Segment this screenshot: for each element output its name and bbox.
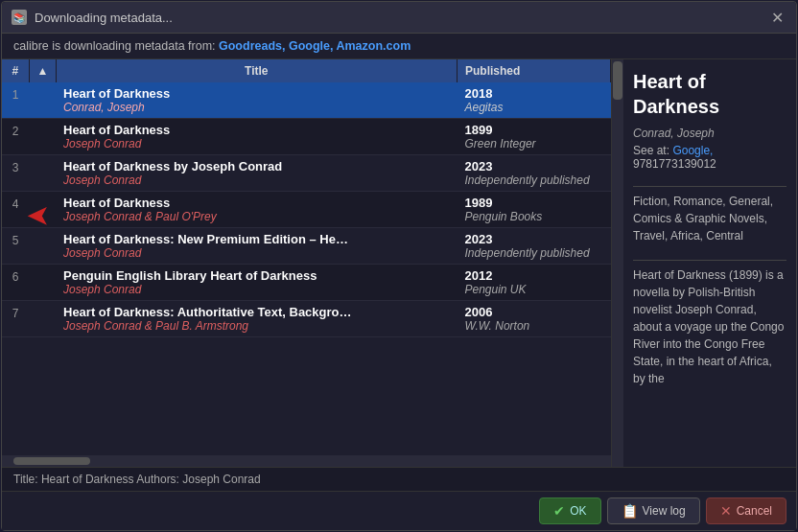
sidebar-description: Heart of Darkness (1899) is a novella by… xyxy=(633,266,786,387)
row-author: Joseph Conrad xyxy=(63,283,450,296)
row-published-cell: 2018Aegitas xyxy=(458,82,611,119)
table-row[interactable]: 6Penguin English Library Heart of Darkne… xyxy=(2,265,611,301)
row-num: 5 xyxy=(2,228,29,265)
row-published-cell: 2012Penguin UK xyxy=(458,265,611,301)
row-author: Joseph Conrad xyxy=(63,137,450,150)
main-area: # ▲ Title Published 1Heart of DarknessCo… xyxy=(2,59,796,467)
row-sort xyxy=(29,301,56,337)
sidebar-divider xyxy=(633,186,786,187)
row-title: Heart of Darkness xyxy=(63,123,450,137)
sidebar-scrollbar-thumb xyxy=(613,61,622,100)
row-publisher: Green Integer xyxy=(465,137,603,150)
status-bar: Title: Heart of Darkness Authors: Joseph… xyxy=(2,467,796,491)
table-row[interactable]: 3Heart of Darkness by Joseph ConradJosep… xyxy=(2,155,611,192)
row-title: Heart of Darkness: Authoritative Text, B… xyxy=(63,305,450,319)
col-num[interactable]: # xyxy=(2,59,29,82)
row-publisher: Independently published xyxy=(465,173,603,187)
row-title: Heart of Darkness by Joseph Conrad xyxy=(63,159,450,173)
info-prefix: calibre is downloading metadata from: xyxy=(13,39,219,53)
row-author: Joseph Conrad xyxy=(63,173,450,187)
row-author: Conrad, Joseph xyxy=(63,101,450,114)
close-button[interactable]: ✕ xyxy=(767,8,786,27)
col-published[interactable]: Published xyxy=(458,59,611,82)
row-sort xyxy=(29,82,56,119)
row-published-cell: 2023Independently published xyxy=(458,228,611,265)
row-year: 2023 xyxy=(465,159,603,173)
row-title: Heart of Darkness xyxy=(63,196,450,210)
row-title-cell: Heart of DarknessConrad, Joseph xyxy=(56,82,458,119)
isbn: 9781773139012 xyxy=(633,157,716,171)
row-author: Joseph Conrad xyxy=(63,246,450,260)
row-author: Joseph Conrad & Paul O'Prey xyxy=(63,210,450,223)
dialog-title: Downloading metadata... xyxy=(35,11,173,25)
status-text: Title: Heart of Darkness Authors: Joseph… xyxy=(13,473,261,486)
table-row[interactable]: 7Heart of Darkness: Authoritative Text, … xyxy=(2,301,611,337)
table-row[interactable]: 1Heart of DarknessConrad, Joseph2018Aegi… xyxy=(2,82,611,119)
cancel-icon: ✕ xyxy=(720,503,732,519)
sidebar-book-title: Heart of Darkness xyxy=(633,69,786,119)
row-published-cell: 2023Independently published xyxy=(458,155,611,192)
row-num: 7 xyxy=(2,301,29,337)
row-sort xyxy=(29,228,56,265)
row-num: 3 xyxy=(2,155,29,192)
cancel-button[interactable]: ✕ Cancel xyxy=(706,497,786,524)
view-log-label: View log xyxy=(643,504,686,518)
table-row[interactable]: 5Heart of Darkness: New Premium Edition … xyxy=(2,228,611,265)
row-title-cell: Heart of Darkness: New Premium Edition –… xyxy=(56,228,458,265)
table-row[interactable]: 4➤Heart of DarknessJoseph Conrad & Paul … xyxy=(2,192,611,228)
ok-icon: ✔ xyxy=(553,503,565,519)
info-sources: Goodreads, Google, Amazon.com xyxy=(219,39,411,53)
google-link[interactable]: Google, xyxy=(672,144,713,157)
book-detail-sidebar: Heart of Darkness Conrad, Joseph See at:… xyxy=(623,59,796,467)
results-table-wrapper[interactable]: # ▲ Title Published 1Heart of DarknessCo… xyxy=(2,59,611,455)
see-at-label: See at: xyxy=(633,144,669,157)
cancel-label: Cancel xyxy=(737,504,772,518)
bottom-bar: ✔ OK 📋 View log ✕ Cancel xyxy=(2,491,796,530)
row-title-cell: ➤Heart of DarknessJoseph Conrad & Paul O… xyxy=(56,192,458,228)
row-published-cell: 2006W.W. Norton xyxy=(458,301,611,337)
sidebar-scrollbar[interactable] xyxy=(612,59,623,467)
table-row[interactable]: 2Heart of DarknessJoseph Conrad1899Green… xyxy=(2,119,611,155)
row-publisher: Aegitas xyxy=(465,101,603,114)
row-publisher: Penguin Books xyxy=(465,210,603,223)
row-publisher: W.W. Norton xyxy=(465,319,603,333)
row-sort xyxy=(29,192,56,228)
row-year: 2006 xyxy=(465,305,603,319)
row-sort xyxy=(29,119,56,155)
row-author: Joseph Conrad & Paul B. Armstrong xyxy=(63,319,450,333)
row-year: 1989 xyxy=(465,196,603,210)
row-title: Penguin English Library Heart of Darknes… xyxy=(63,268,450,283)
horizontal-scrollbar[interactable] xyxy=(2,455,611,467)
row-publisher: Penguin UK xyxy=(465,283,603,296)
row-year: 2012 xyxy=(465,268,603,283)
row-year: 1899 xyxy=(465,123,603,137)
view-log-button[interactable]: 📋 View log xyxy=(607,497,700,524)
log-icon: 📋 xyxy=(622,503,638,519)
app-icon: 📚 xyxy=(12,10,27,25)
info-bar: calibre is downloading metadata from: Go… xyxy=(2,34,796,59)
ok-label: OK xyxy=(570,504,586,518)
sidebar-author: Conrad, Joseph xyxy=(633,127,786,140)
metadata-dialog: 📚 Downloading metadata... ✕ calibre is d… xyxy=(1,1,797,531)
row-published-cell: 1899Green Integer xyxy=(458,119,611,155)
row-num: 4 xyxy=(2,192,29,228)
row-title-cell: Heart of Darkness: Authoritative Text, B… xyxy=(56,301,458,337)
col-title[interactable]: Title xyxy=(56,59,458,82)
row-sort xyxy=(29,265,56,301)
row-sort xyxy=(29,155,56,192)
row-published-cell: 1989Penguin Books xyxy=(458,192,611,228)
results-table: # ▲ Title Published 1Heart of DarknessCo… xyxy=(2,59,611,337)
col-sort[interactable]: ▲ xyxy=(29,59,56,82)
title-bar: 📚 Downloading metadata... ✕ xyxy=(2,2,796,34)
row-year: 2018 xyxy=(465,86,603,101)
table-area: # ▲ Title Published 1Heart of DarknessCo… xyxy=(2,59,612,467)
ok-button[interactable]: ✔ OK xyxy=(539,497,600,524)
horizontal-scrollbar-thumb xyxy=(13,457,90,465)
row-publisher: Independently published xyxy=(465,246,603,260)
row-title-cell: Penguin English Library Heart of Darknes… xyxy=(56,265,458,301)
row-num: 2 xyxy=(2,119,29,155)
row-title-cell: Heart of Darkness by Joseph ConradJoseph… xyxy=(56,155,458,192)
row-num: 6 xyxy=(2,265,29,301)
row-title-cell: Heart of DarknessJoseph Conrad xyxy=(56,119,458,155)
sidebar-divider-2 xyxy=(633,260,786,261)
